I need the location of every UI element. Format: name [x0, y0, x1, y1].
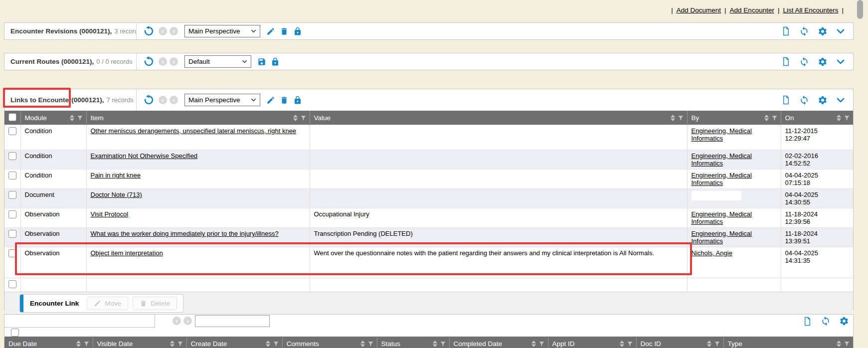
sort-icon[interactable] [293, 115, 298, 121]
next-page-icon[interactable]: › [170, 96, 178, 104]
row-checkbox[interactable] [8, 210, 16, 218]
by-link[interactable]: Engineering, Medical Informatics [692, 127, 752, 142]
filter-funnel-icon[interactable] [714, 341, 720, 347]
next-page-icon[interactable]: › [170, 57, 178, 66]
separator: | [671, 6, 673, 14]
sort-icon[interactable] [531, 341, 536, 347]
on-cell: 04-04-202514:30:55 [781, 189, 853, 208]
item-link[interactable]: Object item interpretation [91, 249, 163, 257]
item-link[interactable]: Examination Not Otherwise Specified [91, 152, 198, 160]
item-link[interactable]: Pain in right knee [91, 172, 141, 179]
prev-page-icon[interactable]: ‹ [159, 27, 167, 35]
sort-icon[interactable] [432, 341, 438, 347]
new-document-icon[interactable] [781, 95, 791, 105]
sort-icon[interactable] [265, 341, 271, 347]
sort-icon[interactable] [836, 341, 842, 347]
add-encounter-link[interactable]: Add Encounter [730, 6, 774, 14]
settings-gear-icon[interactable] [839, 316, 849, 326]
by-link[interactable]: Nichols, Angie [692, 249, 732, 257]
filter-funnel-icon[interactable] [538, 341, 545, 347]
next-page-icon[interactable]: › [183, 317, 192, 325]
collapse-chevron-icon[interactable] [836, 27, 845, 36]
new-document-icon[interactable] [781, 26, 791, 36]
settings-gear-icon[interactable] [818, 26, 828, 36]
filter-funnel-icon[interactable] [83, 341, 90, 347]
sort-icon[interactable] [360, 341, 365, 347]
separator: | [842, 6, 844, 14]
settings-gear-icon[interactable] [818, 57, 828, 67]
undo-icon[interactable] [144, 56, 154, 67]
filter-funnel-icon[interactable] [367, 341, 374, 347]
item-link[interactable]: What was the worker doing immediately pr… [91, 230, 279, 237]
filter-funnel-icon[interactable] [77, 115, 83, 121]
sort-icon[interactable] [76, 341, 81, 347]
new-document-icon[interactable] [781, 57, 791, 66]
edit-perspective-icon[interactable] [266, 27, 275, 36]
row-checkbox[interactable] [8, 172, 16, 179]
next-page-icon[interactable]: › [170, 27, 178, 35]
by-link[interactable]: Engineering, Medical Informatics [692, 172, 752, 186]
perspective-select[interactable]: Main Perspective [184, 25, 260, 37]
select-all-checkbox[interactable] [11, 329, 19, 337]
filter-funnel-icon[interactable] [440, 341, 446, 347]
row-checkbox[interactable] [8, 280, 16, 288]
by-link[interactable]: Engineering, Medical Informatics [692, 210, 752, 225]
prev-page-icon[interactable]: ‹ [173, 317, 181, 325]
lock-icon[interactable] [293, 27, 302, 36]
by-link[interactable]: Engineering, Medical Informatics [692, 152, 752, 167]
delete-perspective-icon[interactable] [280, 27, 289, 36]
undo-icon[interactable] [144, 95, 154, 105]
item-link[interactable]: Doctor Note (713) [91, 191, 142, 198]
list-all-encounters-link[interactable]: List All Encounters [783, 6, 838, 14]
item-link[interactable]: Other meniscus derangements, unspecified… [91, 127, 297, 135]
filter-funnel-icon[interactable] [627, 341, 633, 347]
sort-icon[interactable] [619, 341, 625, 347]
filter-funnel-icon[interactable] [177, 341, 183, 347]
item-link[interactable]: Visit Protocol [91, 210, 129, 218]
filter-funnel-icon[interactable] [844, 341, 850, 347]
sort-icon[interactable] [170, 341, 175, 347]
lock-icon[interactable] [293, 96, 302, 105]
new-document-icon[interactable] [803, 316, 812, 326]
delete-button[interactable]: Delete [133, 297, 177, 310]
perspective-select[interactable]: Main Perspective [184, 94, 260, 106]
add-document-link[interactable]: Add Document [677, 6, 721, 14]
value-cell [310, 189, 687, 208]
save-icon[interactable] [257, 57, 266, 66]
lock-icon[interactable] [271, 57, 280, 66]
sort-icon[interactable] [836, 115, 842, 121]
row-checkbox[interactable] [8, 249, 16, 257]
delete-perspective-icon[interactable] [280, 96, 289, 105]
row-checkbox[interactable] [8, 152, 16, 160]
filter-funnel-icon[interactable] [300, 115, 307, 121]
refresh-icon[interactable] [799, 26, 809, 36]
cutoff-dropdown[interactable] [195, 315, 270, 327]
perspective-select[interactable]: Default [184, 55, 251, 68]
filter-funnel-icon[interactable] [678, 115, 684, 121]
undo-icon[interactable] [144, 26, 154, 36]
vertical-scrollbar-thumb[interactable] [857, 0, 863, 19]
refresh-icon[interactable] [799, 95, 809, 105]
by-link[interactable]: Engineering, Medical Informatics [692, 230, 752, 245]
collapse-chevron-icon[interactable] [836, 57, 845, 66]
refresh-icon[interactable] [821, 316, 831, 326]
select-all-checkbox[interactable] [8, 113, 16, 121]
edit-perspective-icon[interactable] [266, 96, 275, 105]
sort-icon[interactable] [764, 115, 769, 121]
sort-icon[interactable] [69, 115, 75, 121]
filter-funnel-icon[interactable] [844, 115, 850, 121]
row-checkbox[interactable] [8, 230, 16, 238]
filter-funnel-icon[interactable] [273, 341, 279, 347]
collapse-chevron-icon[interactable] [836, 96, 845, 105]
refresh-icon[interactable] [799, 57, 809, 67]
row-checkbox[interactable] [8, 127, 16, 135]
prev-page-icon[interactable]: ‹ [159, 96, 167, 104]
row-checkbox[interactable] [8, 191, 16, 199]
sort-icon[interactable] [670, 115, 676, 121]
panel-current-routes: Current Routes (0000121), 0 / 0 records … [4, 53, 854, 70]
move-button[interactable]: Move [87, 297, 128, 310]
prev-page-icon[interactable]: ‹ [159, 57, 167, 66]
settings-gear-icon[interactable] [818, 95, 828, 105]
sort-icon[interactable] [706, 341, 712, 347]
filter-funnel-icon[interactable] [771, 115, 778, 121]
